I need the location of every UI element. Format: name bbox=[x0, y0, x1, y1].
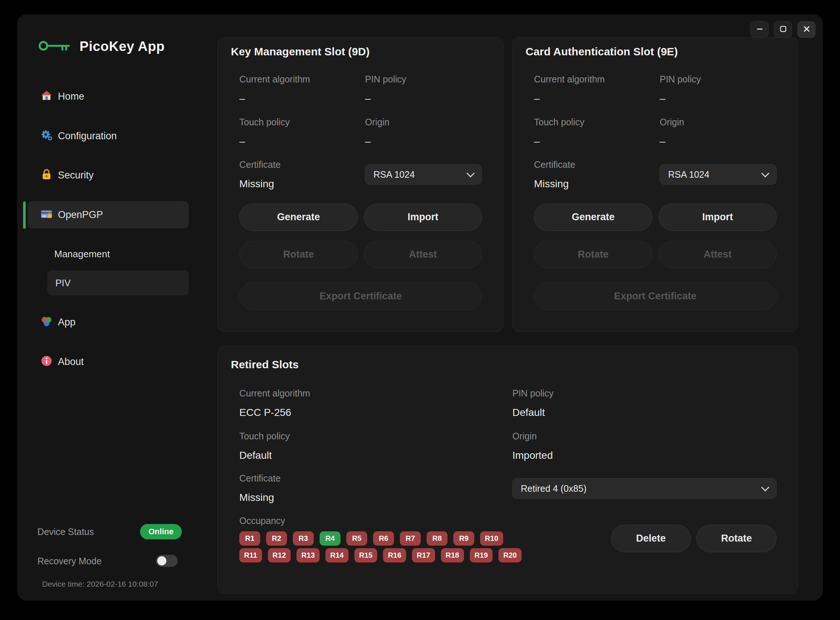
sidebar-item-security[interactable]: Security bbox=[28, 162, 189, 189]
slot-chip-r20[interactable]: R20 bbox=[498, 548, 521, 563]
sidebar-item-label: App bbox=[58, 317, 75, 328]
field-value: – bbox=[534, 93, 605, 104]
field-label: PIN policy bbox=[365, 75, 406, 84]
sidebar-item-label: Home bbox=[58, 91, 84, 102]
slot-chip-r10[interactable]: R10 bbox=[480, 531, 503, 546]
import-button[interactable]: Import bbox=[659, 203, 777, 231]
slot-chip-r3[interactable]: R3 bbox=[293, 531, 314, 546]
import-button[interactable]: Import bbox=[364, 203, 482, 231]
field-value: Imported bbox=[512, 450, 553, 460]
field-value: Missing bbox=[239, 179, 281, 189]
field-label: Certificate bbox=[239, 474, 281, 483]
field-value: ECC P-256 bbox=[239, 408, 310, 418]
field-origin: Origin – bbox=[365, 117, 390, 147]
sidebar: PicoKey App Home bbox=[17, 14, 208, 600]
algorithm-select-value: RSA 1024 bbox=[373, 169, 415, 180]
palette-icon bbox=[40, 315, 53, 329]
rotate-button: Rotate bbox=[239, 241, 358, 268]
slot-chip-r1[interactable]: R1 bbox=[239, 531, 260, 546]
gears-icon bbox=[40, 129, 53, 143]
slot-chip-r8[interactable]: R8 bbox=[427, 531, 447, 546]
field-label: Current algorithm bbox=[239, 75, 310, 84]
field-touch-policy: Touch policy – bbox=[534, 117, 584, 147]
occupancy-row-2: R11 R12 R13 R14 R15 R16 R17 R18 R19 R20 bbox=[239, 548, 521, 563]
retired-slots-card: Retired Slots Current algorithm ECC P-25… bbox=[217, 346, 798, 594]
sidebar-item-openpgp[interactable]: OpenPGP bbox=[28, 201, 189, 228]
field-origin: Origin Imported bbox=[512, 432, 553, 460]
chevron-down-icon bbox=[761, 169, 770, 178]
delete-button[interactable]: Delete bbox=[611, 525, 691, 552]
sidebar-subitem-label: Management bbox=[54, 248, 110, 260]
field-certificate: Certificate Missing bbox=[534, 160, 575, 189]
slot-chip-r12[interactable]: R12 bbox=[268, 548, 291, 563]
app-logo-row: PicoKey App bbox=[38, 37, 164, 56]
field-label: PIN policy bbox=[660, 75, 701, 84]
slot-chip-r13[interactable]: R13 bbox=[297, 548, 319, 563]
sidebar-item-home[interactable]: Home bbox=[28, 83, 189, 110]
lock-icon bbox=[40, 168, 53, 182]
sidebar-item-configuration[interactable]: Configuration bbox=[28, 122, 189, 149]
device-time: Device time: 2026-02-16 10:08:07 bbox=[42, 580, 158, 588]
field-label: Origin bbox=[365, 117, 390, 127]
slot-chip-r18[interactable]: R18 bbox=[441, 548, 464, 563]
minimize-button[interactable] bbox=[751, 21, 769, 38]
occupancy-row-1: R1 R2 R3 R4 R5 R6 R7 R8 R9 R10 bbox=[239, 531, 503, 546]
field-current-algorithm: Current algorithm – bbox=[239, 75, 310, 104]
device-status-badge: Online bbox=[140, 524, 182, 539]
rotate-button: Rotate bbox=[534, 241, 652, 268]
sidebar-subitem-piv[interactable]: PIV bbox=[47, 271, 189, 295]
minimize-icon bbox=[756, 25, 764, 35]
field-value: Missing bbox=[239, 492, 281, 503]
slot-chip-r7[interactable]: R7 bbox=[400, 531, 421, 546]
sidebar-item-label: OpenPGP bbox=[58, 209, 103, 221]
retired-slot-select[interactable]: Retired 4 (0x85) bbox=[512, 478, 777, 499]
field-value: – bbox=[660, 93, 701, 104]
slot-chip-r4[interactable]: R4 bbox=[319, 531, 340, 546]
field-pin-policy: PIN policy – bbox=[660, 75, 701, 104]
field-label: PIN policy bbox=[512, 389, 554, 398]
field-label: Origin bbox=[512, 432, 553, 441]
slot-chip-r16[interactable]: R16 bbox=[383, 548, 406, 563]
algorithm-select-value: RSA 1024 bbox=[668, 169, 709, 180]
recovery-mode-toggle[interactable] bbox=[156, 555, 178, 567]
rotate-button[interactable]: Rotate bbox=[696, 525, 777, 552]
selected-nav-accent bbox=[23, 202, 26, 229]
algorithm-select[interactable]: RSA 1024 bbox=[660, 164, 777, 185]
generate-button[interactable]: Generate bbox=[534, 203, 652, 231]
field-current-algorithm: Current algorithm ECC P-256 bbox=[239, 389, 310, 418]
field-certificate: Certificate Missing bbox=[239, 160, 281, 189]
sidebar-item-app[interactable]: App bbox=[28, 308, 189, 336]
field-label: Current algorithm bbox=[534, 75, 605, 84]
close-button[interactable] bbox=[798, 21, 816, 38]
generate-button[interactable]: Generate bbox=[239, 203, 358, 231]
close-icon bbox=[802, 25, 811, 35]
info-icon bbox=[40, 355, 53, 369]
window-controls bbox=[751, 21, 816, 38]
recovery-mode-label: Recovery Mode bbox=[38, 556, 101, 566]
slot-chip-r2[interactable]: R2 bbox=[266, 531, 287, 546]
field-touch-policy: Touch policy – bbox=[239, 117, 290, 147]
slot-chip-r15[interactable]: R15 bbox=[354, 548, 378, 563]
algorithm-select[interactable]: RSA 1024 bbox=[365, 164, 482, 185]
sidebar-subitem-management[interactable]: Management bbox=[28, 240, 189, 268]
slot-chip-r6[interactable]: R6 bbox=[373, 531, 394, 546]
sidebar-subitem-label: PIV bbox=[55, 277, 71, 289]
maximize-icon bbox=[779, 25, 787, 35]
slot-chip-r11[interactable]: R11 bbox=[239, 548, 262, 563]
sidebar-item-about[interactable]: About bbox=[28, 348, 189, 375]
maximize-button[interactable] bbox=[774, 21, 792, 38]
field-touch-policy: Touch policy Default bbox=[239, 432, 290, 460]
slot-chip-r14[interactable]: R14 bbox=[325, 548, 349, 563]
slot-chip-r5[interactable]: R5 bbox=[346, 531, 367, 546]
field-value: – bbox=[365, 136, 390, 147]
slot-chip-r17[interactable]: R17 bbox=[412, 548, 435, 563]
slot-chip-r9[interactable]: R9 bbox=[453, 531, 474, 546]
device-status-label: Device Status bbox=[38, 527, 94, 537]
slot-chip-r19[interactable]: R19 bbox=[470, 548, 493, 563]
field-value: Default bbox=[239, 450, 290, 460]
field-value: – bbox=[660, 136, 684, 147]
home-icon bbox=[40, 89, 53, 103]
field-label: Certificate bbox=[239, 160, 281, 169]
export-certificate-button: Export Certificate bbox=[239, 283, 482, 310]
export-certificate-button: Export Certificate bbox=[534, 283, 777, 310]
